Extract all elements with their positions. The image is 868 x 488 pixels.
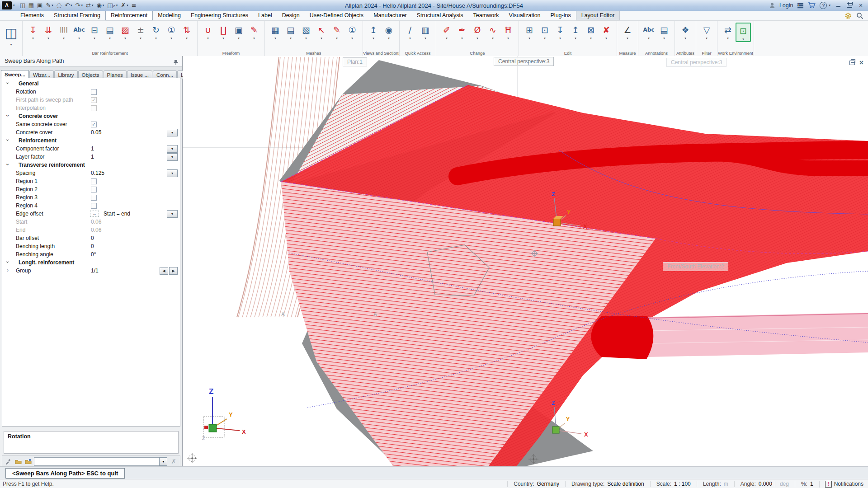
draw-line-icon[interactable]: / ▾ [402, 23, 418, 40]
favorite-input[interactable] [34, 457, 159, 466]
move-down-icon[interactable]: ↧ ▾ [552, 23, 568, 40]
plus-minus-icon[interactable]: ± ▾ [133, 23, 148, 40]
collapse-chevron-icon[interactable]: › [5, 82, 11, 84]
caret-down-icon[interactable]: ▾ [706, 37, 708, 40]
edit-window-icon[interactable]: ⊡ ▾ [537, 23, 552, 40]
checkbox[interactable] [91, 195, 97, 201]
caret-down-icon[interactable]: ▾ [253, 37, 255, 40]
menu-item[interactable]: Visualization [504, 11, 546, 20]
mesh-number-icon[interactable]: ① ▾ [344, 23, 360, 40]
dropdown-button[interactable]: ▾ [167, 145, 178, 153]
bar-spacing-icon[interactable]: |||| ▾ [56, 23, 71, 40]
bar-label-icon[interactable]: Abc ▾ [71, 23, 87, 40]
caret-down-icon[interactable]: ▾ [476, 37, 478, 40]
checkbox[interactable] [91, 105, 97, 111]
minimize-button[interactable] [835, 2, 842, 9]
renumber-bars-icon[interactable]: ① ▾ [164, 23, 179, 40]
checkbox[interactable] [91, 89, 97, 95]
section-view-icon[interactable]: ◉ ▾ [381, 23, 396, 40]
property-value[interactable]: 1 [91, 145, 94, 152]
next-button[interactable]: ▶ [169, 267, 178, 275]
caret-down-icon[interactable]: ▾ [544, 37, 546, 40]
help-caret-icon[interactable]: ▾ [829, 4, 830, 7]
checkbox[interactable] [91, 122, 97, 127]
allplan-logo-icon[interactable]: Λ [2, 1, 12, 9]
help-icon[interactable]: ? [820, 2, 827, 9]
checkbox[interactable] [91, 203, 97, 209]
status-segment[interactable]: Angle: 0.000 deg [734, 481, 795, 487]
menu-item[interactable]: User-Defined Objects [305, 11, 369, 20]
property-value[interactable]: Start = end [104, 211, 130, 217]
combo-dropdown-button[interactable]: ▾ [159, 457, 167, 466]
shop-cart-icon[interactable] [808, 2, 816, 9]
property-value[interactable]: 1 [91, 154, 94, 160]
mesh-edit-pen-icon[interactable]: ✎ ▾ [329, 23, 344, 40]
property-value[interactable]: 0.05 [91, 129, 101, 136]
filter-icon[interactable]: ▽ ▾ [699, 23, 714, 40]
restore-button[interactable] [846, 2, 853, 9]
elevation-view-icon[interactable]: ↥ ▾ [366, 23, 381, 40]
collapse-chevron-icon[interactable]: › [5, 139, 11, 141]
caret-down-icon[interactable]: ▾ [575, 37, 576, 40]
caret-down-icon[interactable]: ▾ [507, 37, 509, 40]
viewport-canvas[interactable]: Z X Y Z X Y Z Y [183, 56, 868, 466]
pin-icon[interactable] [173, 58, 179, 69]
project-manager-icon[interactable]: ▦ [28, 0, 35, 11]
viewport-layout-icon[interactable]: ◫ ▾ [4, 23, 19, 50]
property-value[interactable]: 0 [91, 243, 94, 249]
menu-item[interactable]: Modeling [153, 11, 186, 20]
status-segment[interactable]: Country: Germany [507, 481, 565, 487]
status-segment[interactable]: Drawing type: Scale definition [565, 481, 650, 487]
modify-format-icon[interactable]: ▨ ▾ [118, 23, 133, 40]
save-icon[interactable]: ▣ [36, 0, 43, 11]
view-tab-plan[interactable]: Plan:1 [343, 57, 367, 66]
new-window-icon[interactable]: ◫ [19, 0, 26, 11]
dropdown-button[interactable]: ▾ [167, 129, 178, 136]
mesh-direction-icon[interactable]: ↖ ▾ [314, 23, 329, 40]
freeform-fixture-icon[interactable]: ▣ ▾ [231, 23, 246, 40]
dropdown-button[interactable]: ▾ [167, 153, 178, 161]
caret-down-icon[interactable]: ▾ [78, 37, 80, 40]
caret-down-icon[interactable]: ▾ [336, 37, 338, 40]
view-tab-central-perspective-ghost[interactable]: Central perspective:3 [666, 58, 726, 67]
freeform-edit-icon[interactable]: ✎ ▾ [246, 23, 262, 40]
caret-down-icon[interactable]: ▾ [109, 37, 111, 40]
exchange-icon[interactable]: ⇄ [85, 0, 94, 11]
undo-icon[interactable]: ↶ [64, 0, 73, 11]
collapse-chevron-icon[interactable]: › [5, 164, 11, 165]
menu-item[interactable]: Elements [15, 11, 49, 20]
menu-item[interactable]: Structural Analysis [412, 11, 468, 20]
text-annotation-icon[interactable]: Abc ▾ [641, 23, 656, 40]
reinforcement-report-icon[interactable]: ▤ ▾ [102, 23, 118, 40]
print-preview-icon[interactable]: ◌ [56, 0, 62, 11]
menu-item[interactable]: Design [277, 11, 305, 20]
mesh-schedule-icon[interactable]: ▤ ▾ [283, 23, 298, 40]
open-folder-icon[interactable] [14, 457, 22, 465]
copy-window-icon[interactable]: ⊞ ▾ [522, 23, 537, 40]
window-copy-icon[interactable]: ◫₂ [106, 0, 118, 11]
tools-icon[interactable]: ✗ [120, 0, 129, 11]
checkbox[interactable] [91, 187, 97, 192]
caret-down-icon[interactable]: ▾ [155, 37, 157, 40]
view-tab-central-perspective[interactable]: Central perspective:3 [494, 57, 554, 66]
caret-down-icon[interactable]: ▾ [238, 37, 240, 40]
caret-down-icon[interactable]: ▾ [648, 37, 650, 40]
mesh-modify-icon[interactable]: ▧ ▾ [298, 23, 314, 40]
move-up-icon[interactable]: ↥ ▾ [568, 23, 583, 40]
caret-down-icon[interactable]: ▾ [305, 37, 307, 40]
license-server-icon[interactable] [797, 3, 804, 9]
freeform-bars-icon[interactable]: ∐ ▾ [216, 23, 231, 40]
property-value[interactable]: 0.06 [91, 219, 101, 225]
delete-icon[interactable]: ✘ ▾ [599, 23, 614, 40]
caret-down-icon[interactable]: ▾ [559, 37, 561, 40]
caret-down-icon[interactable]: ▾ [124, 37, 126, 40]
caret-down-icon[interactable]: ▾ [409, 37, 411, 40]
swap-environment-icon[interactable]: ⇄ ▾ [720, 23, 736, 42]
collapse-chevron-icon[interactable]: › [5, 115, 11, 117]
menu-item[interactable]: Plug-ins [546, 11, 576, 20]
move-bars-icon[interactable]: ✒ ▾ [454, 23, 470, 40]
delete-window-icon[interactable]: ⊠ ▾ [583, 23, 599, 40]
measure-icon[interactable]: ∠ ▾ [620, 23, 635, 40]
active-tool-button[interactable]: <Sweep Bars Along Path> ESC to quit [5, 468, 125, 479]
property-value[interactable]: 1/1 [91, 267, 99, 274]
